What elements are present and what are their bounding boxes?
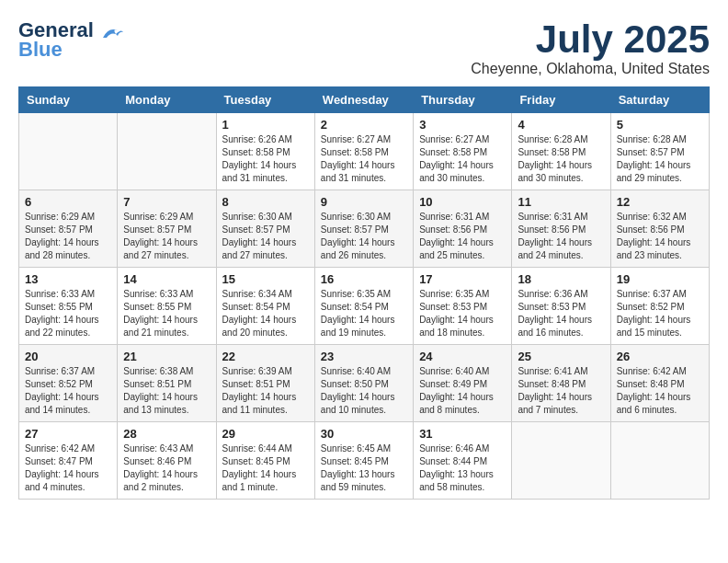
calendar-cell: 24Sunrise: 6:40 AMSunset: 8:49 PMDayligh… (414, 345, 512, 422)
title-section: July 2025 Cheyenne, Oklahoma, United Sta… (471, 18, 710, 77)
calendar-cell: 23Sunrise: 6:40 AMSunset: 8:50 PMDayligh… (314, 345, 413, 422)
calendar-cell (610, 422, 709, 500)
calendar-cell: 3Sunrise: 6:27 AMSunset: 8:58 PMDaylight… (414, 113, 512, 190)
day-info: Sunrise: 6:31 AMSunset: 8:56 PMDaylight:… (518, 211, 604, 262)
logo-bird-icon (99, 25, 125, 41)
day-number: 27 (25, 427, 111, 441)
day-number: 10 (419, 195, 506, 209)
day-number: 2 (321, 118, 407, 132)
calendar-cell: 13Sunrise: 6:33 AMSunset: 8:55 PMDayligh… (19, 268, 118, 345)
calendar-cell: 7Sunrise: 6:29 AMSunset: 8:57 PMDaylight… (118, 190, 216, 268)
day-info: Sunrise: 6:36 AMSunset: 8:53 PMDaylight:… (518, 288, 604, 339)
day-info: Sunrise: 6:28 AMSunset: 8:58 PMDaylight:… (518, 133, 604, 185)
day-info: Sunrise: 6:33 AMSunset: 8:55 PMDaylight:… (123, 288, 210, 339)
day-info: Sunrise: 6:27 AMSunset: 8:58 PMDaylight:… (419, 133, 506, 185)
day-info: Sunrise: 6:37 AMSunset: 8:52 PMDaylight:… (25, 365, 111, 417)
logo-blue: Blue (18, 38, 63, 62)
day-info: Sunrise: 6:27 AMSunset: 8:58 PMDaylight:… (321, 133, 407, 185)
day-info: Sunrise: 6:45 AMSunset: 8:45 PMDaylight:… (321, 442, 407, 494)
day-info: Sunrise: 6:44 AMSunset: 8:45 PMDaylight:… (222, 442, 309, 494)
weekday-header-row: SundayMondayTuesdayWednesdayThursdayFrid… (19, 87, 710, 113)
day-number: 17 (419, 272, 506, 286)
weekday-header-wednesday: Wednesday (314, 87, 413, 113)
page-wrapper: General Blue July 2025 Cheyenne, Oklahom… (18, 18, 710, 500)
calendar-cell: 12Sunrise: 6:32 AMSunset: 8:56 PMDayligh… (610, 190, 709, 268)
day-info: Sunrise: 6:41 AMSunset: 8:48 PMDaylight:… (518, 365, 604, 417)
day-info: Sunrise: 6:26 AMSunset: 8:58 PMDaylight:… (222, 133, 309, 185)
day-info: Sunrise: 6:34 AMSunset: 8:54 PMDaylight:… (222, 288, 309, 339)
day-info: Sunrise: 6:29 AMSunset: 8:57 PMDaylight:… (25, 211, 111, 262)
calendar-week-5: 27Sunrise: 6:42 AMSunset: 8:47 PMDayligh… (19, 422, 710, 500)
calendar-cell: 16Sunrise: 6:35 AMSunset: 8:54 PMDayligh… (314, 268, 413, 345)
calendar-cell: 4Sunrise: 6:28 AMSunset: 8:58 PMDaylight… (512, 113, 610, 190)
day-number: 20 (25, 350, 111, 363)
day-info: Sunrise: 6:38 AMSunset: 8:51 PMDaylight:… (123, 365, 210, 417)
day-info: Sunrise: 6:42 AMSunset: 8:47 PMDaylight:… (25, 442, 111, 494)
day-number: 24 (419, 350, 506, 363)
day-number: 1 (222, 118, 309, 132)
calendar-cell: 15Sunrise: 6:34 AMSunset: 8:54 PMDayligh… (216, 268, 314, 345)
day-info: Sunrise: 6:30 AMSunset: 8:57 PMDaylight:… (321, 211, 407, 262)
day-number: 3 (419, 118, 506, 132)
month-year-title: July 2025 (471, 18, 710, 61)
day-number: 18 (518, 272, 604, 286)
weekday-header-friday: Friday (512, 87, 610, 113)
calendar-week-4: 20Sunrise: 6:37 AMSunset: 8:52 PMDayligh… (19, 345, 710, 422)
day-info: Sunrise: 6:35 AMSunset: 8:54 PMDaylight:… (321, 288, 407, 339)
calendar-cell: 25Sunrise: 6:41 AMSunset: 8:48 PMDayligh… (512, 345, 610, 422)
day-number: 4 (518, 118, 604, 132)
day-number: 16 (321, 272, 407, 286)
calendar-table: SundayMondayTuesdayWednesdayThursdayFrid… (18, 86, 710, 500)
calendar-cell: 6Sunrise: 6:29 AMSunset: 8:57 PMDaylight… (19, 190, 118, 268)
calendar-cell: 10Sunrise: 6:31 AMSunset: 8:56 PMDayligh… (414, 190, 512, 268)
weekday-header-tuesday: Tuesday (216, 87, 314, 113)
day-info: Sunrise: 6:37 AMSunset: 8:52 PMDaylight:… (617, 288, 703, 339)
calendar-cell: 21Sunrise: 6:38 AMSunset: 8:51 PMDayligh… (118, 345, 216, 422)
calendar-cell: 18Sunrise: 6:36 AMSunset: 8:53 PMDayligh… (512, 268, 610, 345)
header: General Blue July 2025 Cheyenne, Oklahom… (18, 18, 710, 77)
calendar-cell: 9Sunrise: 6:30 AMSunset: 8:57 PMDaylight… (314, 190, 413, 268)
day-info: Sunrise: 6:40 AMSunset: 8:49 PMDaylight:… (419, 365, 506, 417)
day-number: 23 (321, 350, 407, 363)
calendar-cell: 2Sunrise: 6:27 AMSunset: 8:58 PMDaylight… (314, 113, 413, 190)
day-number: 29 (222, 427, 309, 441)
logo: General Blue (18, 18, 125, 62)
day-number: 7 (123, 195, 210, 209)
weekday-header-thursday: Thursday (414, 87, 512, 113)
day-number: 26 (617, 350, 703, 363)
calendar-cell: 5Sunrise: 6:28 AMSunset: 8:57 PMDaylight… (610, 113, 709, 190)
day-number: 14 (123, 272, 210, 286)
calendar-cell: 1Sunrise: 6:26 AMSunset: 8:58 PMDaylight… (216, 113, 314, 190)
calendar-cell: 27Sunrise: 6:42 AMSunset: 8:47 PMDayligh… (19, 422, 118, 500)
day-number: 9 (321, 195, 407, 209)
day-number: 22 (222, 350, 309, 363)
day-number: 6 (25, 195, 111, 209)
weekday-header-saturday: Saturday (610, 87, 709, 113)
day-number: 30 (321, 427, 407, 441)
day-number: 19 (617, 272, 703, 286)
location-title: Cheyenne, Oklahoma, United States (471, 61, 710, 77)
day-number: 31 (419, 427, 506, 441)
day-info: Sunrise: 6:35 AMSunset: 8:53 PMDaylight:… (419, 288, 506, 339)
day-info: Sunrise: 6:42 AMSunset: 8:48 PMDaylight:… (617, 365, 703, 417)
calendar-cell: 28Sunrise: 6:43 AMSunset: 8:46 PMDayligh… (118, 422, 216, 500)
calendar-cell: 22Sunrise: 6:39 AMSunset: 8:51 PMDayligh… (216, 345, 314, 422)
calendar-cell: 14Sunrise: 6:33 AMSunset: 8:55 PMDayligh… (118, 268, 216, 345)
day-number: 8 (222, 195, 309, 209)
day-number: 25 (518, 350, 604, 363)
day-number: 28 (123, 427, 210, 441)
calendar-cell: 17Sunrise: 6:35 AMSunset: 8:53 PMDayligh… (414, 268, 512, 345)
day-info: Sunrise: 6:43 AMSunset: 8:46 PMDaylight:… (123, 442, 210, 494)
calendar-cell: 11Sunrise: 6:31 AMSunset: 8:56 PMDayligh… (512, 190, 610, 268)
weekday-header-monday: Monday (118, 87, 216, 113)
day-info: Sunrise: 6:30 AMSunset: 8:57 PMDaylight:… (222, 211, 309, 262)
calendar-cell: 31Sunrise: 6:46 AMSunset: 8:44 PMDayligh… (414, 422, 512, 500)
calendar-cell: 29Sunrise: 6:44 AMSunset: 8:45 PMDayligh… (216, 422, 314, 500)
day-info: Sunrise: 6:33 AMSunset: 8:55 PMDaylight:… (25, 288, 111, 339)
calendar-week-2: 6Sunrise: 6:29 AMSunset: 8:57 PMDaylight… (19, 190, 710, 268)
calendar-cell (512, 422, 610, 500)
day-info: Sunrise: 6:46 AMSunset: 8:44 PMDaylight:… (419, 442, 506, 494)
calendar-cell (118, 113, 216, 190)
calendar-cell: 19Sunrise: 6:37 AMSunset: 8:52 PMDayligh… (610, 268, 709, 345)
day-info: Sunrise: 6:39 AMSunset: 8:51 PMDaylight:… (222, 365, 309, 417)
